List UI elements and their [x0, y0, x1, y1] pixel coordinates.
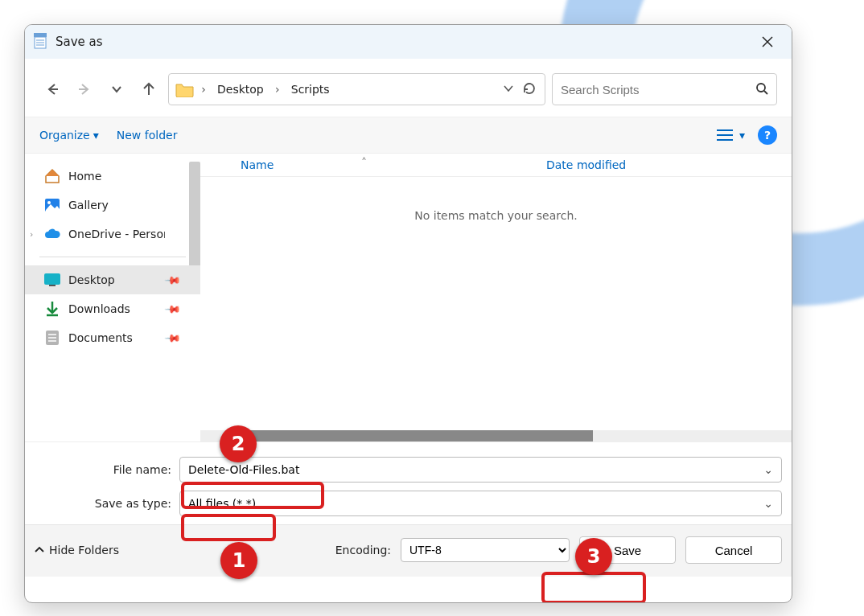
- pin-icon: 📌: [164, 329, 182, 347]
- saveastype-value: All files (*.*): [188, 497, 256, 510]
- column-date[interactable]: Date modified: [538, 158, 626, 171]
- caret-down-icon: ▾: [739, 129, 745, 142]
- chevron-down-icon: [503, 83, 514, 94]
- empty-message: No items match your search.: [200, 177, 792, 222]
- chevron-right-icon: ›: [198, 83, 209, 96]
- sidebar-item-downloads[interactable]: Downloads 📌: [25, 294, 200, 323]
- annotation-marker-1: 1: [220, 542, 257, 579]
- help-button[interactable]: ?: [758, 125, 777, 145]
- refresh-icon: [522, 81, 537, 96]
- nav-recent-button[interactable]: [104, 76, 130, 102]
- refresh-button[interactable]: [520, 81, 538, 98]
- list-view-icon: [717, 129, 733, 142]
- column-name[interactable]: Name˄: [200, 158, 538, 171]
- filename-label: File name:: [35, 463, 179, 476]
- download-icon: [44, 301, 60, 317]
- address-bar[interactable]: › Desktop › Scripts: [168, 73, 545, 105]
- svg-rect-17: [44, 273, 60, 285]
- nav-row: › Desktop › Scripts: [25, 59, 792, 117]
- saveastype-label: Save as type:: [35, 497, 179, 510]
- column-headers: Name˄ Date modified: [200, 154, 792, 177]
- search-box[interactable]: [552, 73, 777, 105]
- chevron-down-icon: ⌄: [763, 463, 773, 476]
- save-as-dialog: Save as › Desktop › Scripts Organize: [24, 24, 792, 603]
- cancel-button[interactable]: Cancel: [685, 536, 782, 564]
- chevron-right-icon: ›: [30, 229, 33, 240]
- notepad-icon: [33, 33, 47, 51]
- svg-rect-1: [34, 33, 47, 37]
- filename-panel: File name: Delete-Old-Files.bat ⌄ Save a…: [25, 441, 792, 524]
- hscroll-thumb[interactable]: [247, 430, 593, 441]
- hide-folders-button[interactable]: Hide Folders: [35, 544, 119, 556]
- nav-forward-button[interactable]: [72, 76, 97, 102]
- svg-point-10: [757, 84, 765, 92]
- organize-label: Organize: [39, 129, 90, 142]
- annotation-marker-3: 3: [575, 538, 612, 575]
- svg-rect-18: [49, 285, 56, 286]
- svg-point-16: [47, 201, 51, 204]
- breadcrumb-desktop[interactable]: Desktop: [212, 83, 269, 96]
- chevron-down-icon: [111, 84, 122, 95]
- sidebar-item-label: Desktop: [68, 273, 115, 286]
- chevron-right-icon: ›: [272, 83, 283, 96]
- filename-value: Delete-Old-Files.bat: [188, 463, 299, 476]
- sidebar-item-documents[interactable]: Documents 📌: [25, 323, 200, 352]
- toolbar: Organize ▾ New folder ▾ ?: [25, 117, 792, 154]
- hide-folders-label: Hide Folders: [49, 544, 119, 556]
- documents-icon: [44, 330, 60, 346]
- home-icon: [44, 168, 60, 184]
- folder-icon: [175, 81, 195, 97]
- close-icon: [762, 36, 773, 47]
- desktop-icon: [44, 272, 60, 288]
- pin-icon: 📌: [164, 271, 182, 289]
- sidebar-item-label: Gallery: [68, 199, 109, 211]
- sidebar-item-label: Documents: [68, 331, 133, 344]
- cloud-icon: [44, 226, 60, 242]
- sidebar-item-label: Downloads: [68, 302, 130, 315]
- pin-icon: 📌: [164, 300, 182, 318]
- sidebar-item-label: OneDrive - Personal: [68, 228, 165, 240]
- annotation-marker-2: 2: [220, 425, 257, 462]
- titlebar: Save as: [25, 25, 792, 59]
- arrow-up-icon: [142, 82, 156, 97]
- dialog-footer: Hide Folders Encoding: UTF-8 Save Cancel: [25, 524, 792, 577]
- filename-input[interactable]: Delete-Old-Files.bat ⌄: [179, 457, 782, 483]
- arrow-right-icon: [77, 82, 92, 97]
- nav-up-button[interactable]: [136, 76, 162, 102]
- sidebar-item-label: Home: [68, 170, 101, 183]
- sidebar-item-home[interactable]: Home: [25, 162, 200, 191]
- nav-back-button[interactable]: [39, 76, 65, 102]
- search-input[interactable]: [561, 83, 749, 97]
- sidebar-item-onedrive[interactable]: › OneDrive - Personal: [25, 220, 200, 248]
- sidebar-item-desktop[interactable]: Desktop 📌: [25, 265, 200, 294]
- caret-down-icon: ▾: [93, 129, 99, 142]
- new-folder-button[interactable]: New folder: [117, 129, 178, 142]
- svg-line-11: [764, 91, 767, 94]
- encoding-label: Encoding:: [335, 544, 391, 556]
- close-button[interactable]: [751, 30, 784, 54]
- sort-indicator-icon: ˄: [361, 156, 367, 169]
- saveastype-select[interactable]: All files (*.*) ⌄: [179, 491, 782, 516]
- chevron-up-icon: [35, 545, 44, 555]
- gallery-icon: [44, 197, 60, 213]
- sidebar-item-gallery[interactable]: Gallery: [25, 191, 200, 220]
- address-dropdown[interactable]: [500, 83, 517, 97]
- encoding-select[interactable]: UTF-8: [401, 538, 570, 562]
- breadcrumb-scripts[interactable]: Scripts: [286, 83, 335, 96]
- dialog-title: Save as: [56, 35, 103, 49]
- organize-menu[interactable]: Organize ▾: [39, 129, 99, 142]
- file-list-pane: Name˄ Date modified No items match your …: [200, 154, 792, 441]
- chevron-down-icon: ⌄: [763, 497, 773, 510]
- view-menu[interactable]: ▾: [717, 129, 745, 142]
- sidebar-separator: [39, 257, 186, 257]
- arrow-left-icon: [45, 82, 60, 97]
- search-icon: [755, 82, 768, 97]
- sidebar: Home Gallery › OneDrive - Personal Deskt…: [25, 154, 200, 441]
